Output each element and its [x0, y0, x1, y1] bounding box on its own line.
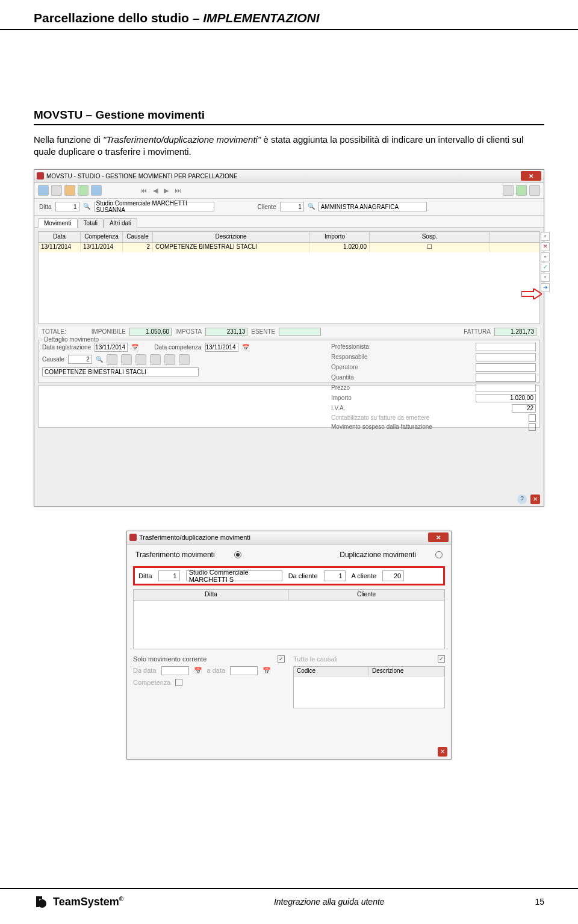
col-data: Data [39, 232, 81, 242]
iva-input[interactable]: 22 [512, 404, 536, 413]
detail-toolbar-icon[interactable] [150, 354, 161, 365]
oper-input[interactable] [476, 363, 536, 372]
close-icon[interactable]: ✕ [438, 747, 447, 757]
ditta-input[interactable]: 1 [158, 570, 180, 581]
datacomp-input[interactable]: 13/11/2014 [205, 343, 238, 352]
cont-label: Contabilizzato su fatture da emettere [331, 414, 440, 421]
calendar-icon[interactable]: 📅 [242, 344, 249, 351]
tab-bar: Movimenti Totali Altri dati [34, 216, 544, 228]
resp-label: Responsabile [331, 354, 440, 360]
ditta-name-input[interactable]: Studio Commerciale MARCHETTI SUSANNA [94, 202, 214, 211]
prezzo-input[interactable] [476, 384, 536, 392]
nav-next-icon[interactable]: ▶ [164, 187, 169, 195]
toolbar-icon[interactable] [91, 185, 102, 196]
solo-mov-checkbox[interactable] [278, 655, 285, 663]
nav-first-icon[interactable]: ⏮ [140, 187, 147, 195]
acliente-input[interactable]: 20 [382, 570, 404, 581]
page-header: Parcellazione dello studio – IMPLEMENTAZ… [0, 0, 578, 30]
transfer-icon[interactable]: ➔ [541, 283, 550, 292]
acliente-label: A cliente [352, 572, 377, 579]
movstu-window: MOVSTU - STUDIO - GESTIONE MOVIMENTI PER… [34, 169, 544, 507]
datareg-label: Data registrazione [42, 344, 91, 351]
tutte-causali-checkbox[interactable] [438, 655, 445, 663]
dacliente-input[interactable]: 1 [324, 570, 346, 581]
competenza-checkbox[interactable] [175, 679, 182, 686]
causali-header: Codice Descrizione [294, 667, 444, 676]
side-icon-bar: ▫ ✕ ▫ ✓ ▫ ➔ [541, 232, 550, 292]
toolbar-icon[interactable] [38, 185, 49, 196]
detail-toolbar-icon[interactable] [107, 354, 117, 365]
competenza-label: Competenza [133, 679, 170, 686]
col-causale: Causale [123, 232, 153, 242]
imposta-value: 231,13 [205, 328, 247, 336]
window-footer: ? ✕ [517, 495, 540, 504]
search-icon[interactable]: 🔍 [83, 203, 90, 210]
opt-duplicate-label: Duplicazione movimenti [340, 551, 416, 559]
cont-checkbox[interactable] [529, 414, 536, 422]
nav-last-icon[interactable]: ⏭ [175, 187, 181, 195]
copy-icon[interactable]: ▫ [541, 273, 550, 282]
tab-movimenti[interactable]: Movimenti [38, 218, 78, 228]
help-icon[interactable]: ? [517, 495, 527, 504]
detail-toolbar-icon[interactable] [179, 354, 190, 365]
ditta-name-input[interactable]: Studio Commerciale MARCHETTI S [186, 570, 282, 581]
opt-transfer-label: Trasferimento movimenti [135, 551, 215, 559]
causali-list: Codice Descrizione [293, 666, 445, 708]
toolbar-icon[interactable] [64, 185, 75, 196]
radio-duplicate[interactable] [435, 551, 443, 558]
detail-box: Dettaglio movimento Data registrazione 1… [38, 340, 540, 383]
close-button[interactable]: ✕ [521, 171, 541, 181]
radio-transfer[interactable] [234, 551, 241, 558]
adata-input[interactable] [230, 666, 258, 675]
title-right: IMPLEMENTAZIONI [203, 11, 319, 25]
datareg-input[interactable]: 13/11/2014 [95, 343, 128, 352]
close-icon[interactable]: ✕ [530, 495, 540, 504]
calendar-icon[interactable]: 📅 [131, 344, 138, 351]
col-competenza: Competenza [81, 232, 123, 242]
confirm-icon[interactable]: ✓ [541, 263, 550, 272]
cliente-name-input[interactable]: AMMINISTRA ANAGRAFICA [319, 202, 427, 211]
imponibile-label: IMPONIBILE [92, 328, 126, 335]
tab-totali[interactable]: Totali [78, 218, 104, 228]
search-icon[interactable]: 🔍 [308, 203, 315, 210]
calendar-icon[interactable]: 📅 [263, 667, 271, 675]
sosp-checkbox[interactable] [529, 423, 536, 431]
close-button[interactable]: ✕ [428, 532, 449, 542]
tab-altri-dati[interactable]: Altri dati [104, 218, 137, 228]
title-left: Parcellazione dello studio – [34, 11, 203, 25]
quant-input[interactable] [476, 373, 536, 382]
para-a: Nella funzione di [34, 134, 103, 145]
imposta-label: IMPOSTA [175, 328, 202, 335]
toolbar-icon[interactable] [78, 185, 89, 196]
edit-icon[interactable]: ▫ [541, 252, 550, 261]
prof-input[interactable] [476, 343, 536, 351]
ditta-input[interactable]: 1 [55, 202, 79, 211]
quant-label: Quantità [331, 374, 440, 381]
dadata-input[interactable] [161, 666, 189, 675]
toolbar-icon[interactable] [51, 185, 62, 196]
search-icon[interactable]: 🔍 [96, 356, 103, 363]
toolbar-icon[interactable] [503, 185, 514, 196]
totals-bar: TOTALE: IMPONIBILE 1.050,60 IMPOSTA 231,… [38, 326, 540, 337]
col-sosp: Sosp. [370, 232, 490, 242]
detail-toolbar-icon[interactable] [135, 354, 146, 365]
cliente-input[interactable]: 1 [280, 202, 304, 211]
importo-input[interactable]: 1.020,00 [476, 394, 536, 402]
resp-input[interactable] [476, 353, 536, 361]
nav-prev-icon[interactable]: ◀ [153, 187, 158, 195]
descr-input[interactable]: COMPETENZE BIMESTRALI STACLI [42, 367, 199, 376]
grid-row[interactable]: 13/11/2014 13/11/2014 2 COMPETENZE BIMES… [39, 243, 539, 252]
section-title: MOVSTU – Gestione movimenti [34, 108, 544, 125]
footer-center: Integrazione alla guida utente [274, 897, 385, 907]
toolbar-icon[interactable] [529, 185, 540, 196]
calendar-icon[interactable]: 📅 [194, 667, 202, 675]
detail-toolbar-icon[interactable] [164, 354, 175, 365]
causale-label: Causale [42, 356, 64, 363]
delete-icon[interactable]: ✕ [541, 242, 550, 251]
detail-toolbar-icon[interactable] [121, 354, 132, 365]
cell-comp: 13/11/2014 [81, 243, 123, 252]
page-title: Parcellazione dello studio – IMPLEMENTAZ… [34, 11, 544, 25]
causale-input[interactable]: 2 [68, 355, 92, 364]
toolbar-icon[interactable] [516, 185, 527, 196]
new-icon[interactable]: ▫ [541, 232, 550, 241]
